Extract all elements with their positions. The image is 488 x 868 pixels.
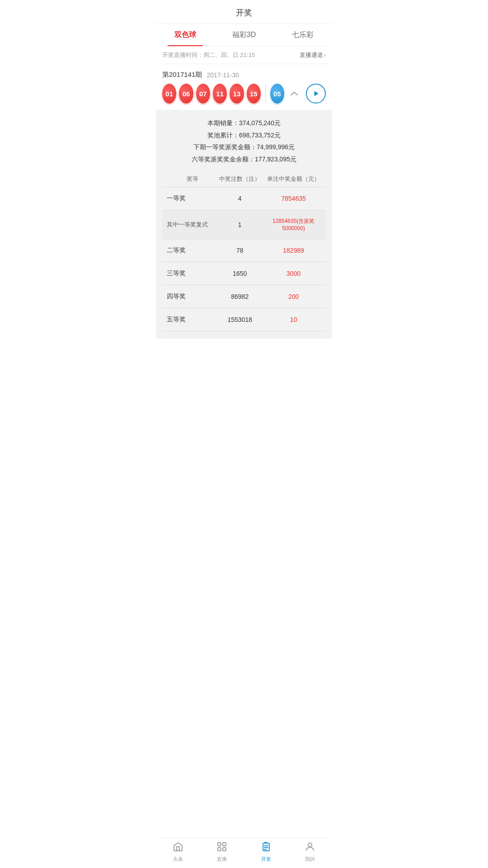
prize-row-2: 二等奖 78 182989 [162,239,326,262]
prize-name-1: 一等奖 [162,194,218,203]
clipboard-icon [261,841,272,854]
nav-wode-label: 我的 [305,856,315,863]
detail-panel: 本期销量：374,075,240元 奖池累计：698,733,752元 下期一等… [156,110,332,339]
draw-numbers-row: 01 06 07 11 13 15 05 [162,84,326,104]
sales-line2: 奖池累计：698,733,752元 [162,129,326,142]
nav-toutiao[interactable]: 头条 [156,841,200,863]
sales-info: 本期销量：374,075,240元 奖池累计：698,733,752元 下期一等… [162,117,326,165]
red-ball-4: 11 [213,84,227,104]
live-bar: 开奖直播时间：周二、四、日 21:15 直播通道 › [156,47,332,64]
prize-row-4: 四等奖 86982 200 [162,285,326,308]
prize-count-1: 4 [218,195,261,202]
prize-name-3: 三等奖 [162,269,218,278]
prize-count-5: 1553018 [218,316,261,323]
video-button[interactable] [306,84,326,104]
collapse-button[interactable] [287,86,301,101]
red-ball-6: 15 [247,84,261,104]
svg-rect-2 [218,848,221,851]
prize-row-1: 一等奖 4 7854635 [162,187,326,210]
prize-amount-3: 3000 [261,270,326,277]
header-count: 中奖注数（注） [218,175,261,183]
prize-row-5: 五等奖 1553018 10 [162,308,326,331]
tab-shuangseqiu[interactable]: 双色球 [156,24,215,46]
prize-count-4: 86982 [218,293,261,300]
nav-toutiao-label: 头条 [173,856,183,863]
svg-rect-1 [223,843,226,846]
prize-name-5: 五等奖 [162,316,218,324]
prize-amount-2: 182989 [261,247,326,254]
header-name: 奖等 [162,175,218,183]
prize-amount-5: 10 [261,316,326,323]
prize-row-sub: 其中一等奖复式 1 12854635(含派奖5000000) [162,210,326,239]
red-ball-3: 07 [196,84,210,104]
prize-name-4: 四等奖 [162,292,218,301]
prize-amount-sub: 12854635(含派奖5000000) [261,217,326,231]
sales-line3: 下期一等奖派奖金额：74,999,996元 [162,141,326,153]
prize-table-header: 奖等 中奖注数（注） 单注中奖金额（元） [162,171,326,187]
tab-bar: 双色球 福彩3D 七乐彩 [156,24,332,47]
live-channel-link[interactable]: 直播通道 › [300,51,326,59]
home-icon [173,841,183,854]
nav-zhibo[interactable]: 直播 [200,841,244,863]
prize-name-sub: 其中一等奖复式 [162,221,218,229]
draw-date: 2017-11-30 [206,71,239,79]
prize-name-2: 二等奖 [162,246,218,255]
person-icon [305,841,315,854]
page-title: 开奖 [156,0,332,24]
prize-amount-1: 7854635 [261,195,326,202]
bottom-nav: 头条 直播 开奖 [156,837,332,868]
live-time-label: 开奖直播时间：周二、四、日 21:15 [162,51,255,59]
nav-kaijang-label: 开奖 [261,856,271,863]
svg-rect-0 [218,843,221,846]
red-ball-1: 01 [162,84,176,104]
prize-count-3: 1650 [218,270,261,277]
chevron-right-icon: › [324,52,326,58]
nav-kaijang[interactable]: 开奖 [244,841,288,863]
header-amount: 单注中奖金额（元） [261,175,326,183]
nav-zhibo-label: 直播 [217,856,227,863]
nav-wode[interactable]: 我的 [288,841,333,863]
svg-rect-3 [223,848,226,851]
prize-amount-4: 200 [261,293,326,300]
sales-line1: 本期销量：374,075,240元 [162,117,326,129]
svg-point-8 [308,843,312,847]
draw-issue: 第2017141期 [162,71,202,79]
blue-ball: 05 [270,84,284,104]
sales-line4: 六等奖派奖奖金余额：177,923,095元 [162,153,326,165]
prize-count-sub: 1 [218,221,261,228]
balls-divider [265,85,266,103]
prize-count-2: 78 [218,247,261,254]
red-ball-2: 06 [179,84,193,104]
tab-fucai3d[interactable]: 福彩3D [215,24,273,46]
prize-row-3: 三等奖 1650 3000 [162,262,326,285]
draw-card: 第2017141期 2017-11-30 01 06 07 11 13 15 0… [156,64,332,110]
tab-qilecai[interactable]: 七乐彩 [273,24,332,46]
red-ball-5: 13 [230,84,244,104]
prize-table: 奖等 中奖注数（注） 单注中奖金额（元） 一等奖 4 7854635 其中一等奖… [162,171,326,331]
apps-icon [216,841,227,854]
